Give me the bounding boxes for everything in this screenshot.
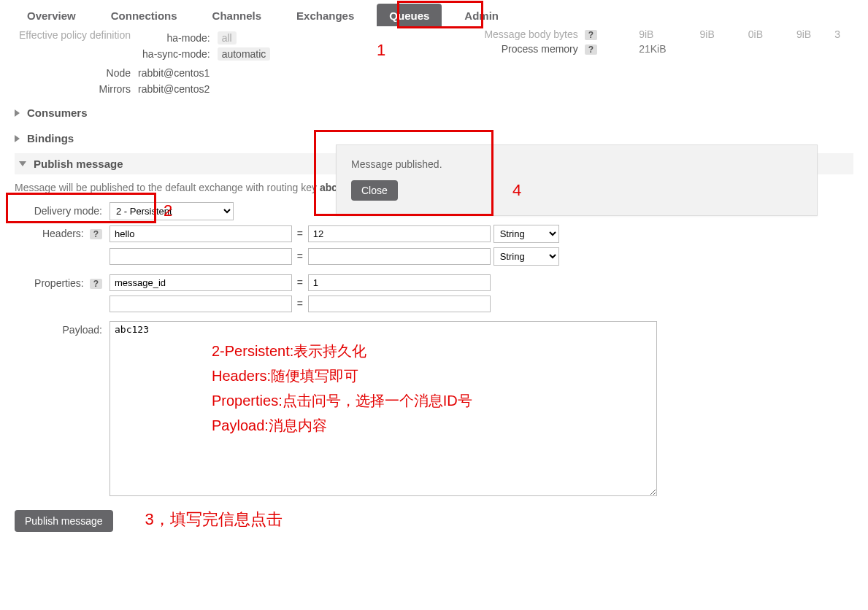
- popup-message: Message published.: [351, 158, 802, 170]
- chevron-right-icon: [15, 109, 20, 117]
- equals-sign: =: [295, 250, 305, 262]
- msg-body-help-icon[interactable]: ?: [585, 30, 597, 40]
- nav-exchanges[interactable]: Exchanges: [284, 4, 366, 26]
- nav-queues[interactable]: Queues: [377, 4, 442, 26]
- ann-help-3: Properties:点击问号，选择一个消息ID号: [212, 388, 472, 413]
- headers-help-icon[interactable]: ?: [90, 229, 102, 239]
- prop-key-1[interactable]: [110, 296, 292, 312]
- chevron-down-icon: [19, 161, 26, 166]
- header-key-0[interactable]: [110, 225, 292, 242]
- payload-label: Payload:: [15, 321, 110, 336]
- stat-cell-2: 0iB: [732, 28, 779, 41]
- stat-cell-1: 9iB: [684, 28, 731, 41]
- ha-mode-value: all: [218, 31, 237, 45]
- main-nav: Overview Connections Channels Exchanges …: [0, 0, 868, 26]
- node-value: rabbit@centos1: [135, 66, 277, 80]
- equals-sign: =: [295, 298, 305, 309]
- proc-mem-value: 21KiB: [623, 42, 682, 55]
- proc-mem-label: Process memory: [483, 42, 582, 55]
- ha-mode-label: ha-mode:: [139, 31, 213, 45]
- msg-body-bytes-label: Message body bytes: [483, 28, 582, 41]
- properties-help-icon[interactable]: ?: [90, 279, 102, 289]
- prop-key-0[interactable]: [110, 274, 292, 291]
- header-type-1[interactable]: String: [493, 247, 559, 266]
- header-type-0[interactable]: String: [493, 225, 559, 243]
- mirrors-label: Mirrors: [16, 82, 134, 96]
- close-button[interactable]: Close: [351, 180, 398, 201]
- equals-sign: =: [295, 277, 305, 288]
- section-publish-label: Publish message: [34, 158, 123, 170]
- message-published-popup: Message published. Close: [336, 144, 818, 216]
- section-consumers[interactable]: Consumers: [15, 102, 853, 123]
- publish-message-button[interactable]: Publish message: [15, 510, 113, 532]
- ann-help-4: Payload:消息内容: [212, 413, 472, 438]
- properties-label: Properties:: [34, 277, 84, 289]
- effective-policy-label: Effective policy definition: [16, 28, 134, 64]
- ann-help-2: Headers:随便填写即可: [212, 363, 472, 388]
- ann-help-1: 2-Persistent:表示持久化: [212, 339, 472, 363]
- header-val-1[interactable]: [308, 248, 491, 265]
- delivery-mode-label: Delivery mode:: [15, 202, 110, 217]
- section-consumers-label: Consumers: [27, 107, 88, 119]
- nav-overview[interactable]: Overview: [15, 4, 88, 26]
- proc-mem-help-icon[interactable]: ?: [585, 45, 597, 55]
- stat-cell-4: 3: [829, 28, 846, 41]
- section-bindings-label: Bindings: [27, 132, 74, 144]
- chevron-right-icon: [15, 135, 20, 142]
- stat-cell-0: 9iB: [623, 28, 682, 41]
- ha-sync-label: ha-sync-mode:: [139, 47, 213, 61]
- ann-3: 3，填写完信息点击: [145, 510, 283, 528]
- nav-connections[interactable]: Connections: [99, 4, 190, 26]
- prop-val-1[interactable]: [308, 296, 491, 312]
- headers-label: Headers:: [42, 228, 84, 239]
- equals-sign: =: [295, 228, 305, 239]
- stat-cell-3: 9iB: [780, 28, 827, 41]
- delivery-mode-select[interactable]: 2 - Persistent: [110, 202, 234, 220]
- node-label: Node: [16, 66, 134, 80]
- prop-val-0[interactable]: [308, 274, 491, 291]
- mirrors-value: rabbit@centos2: [135, 82, 277, 96]
- nav-admin[interactable]: Admin: [452, 4, 511, 26]
- header-val-0[interactable]: [308, 225, 491, 242]
- header-key-1[interactable]: [110, 248, 292, 265]
- nav-channels[interactable]: Channels: [200, 4, 274, 26]
- ha-sync-value: automatic: [218, 47, 271, 61]
